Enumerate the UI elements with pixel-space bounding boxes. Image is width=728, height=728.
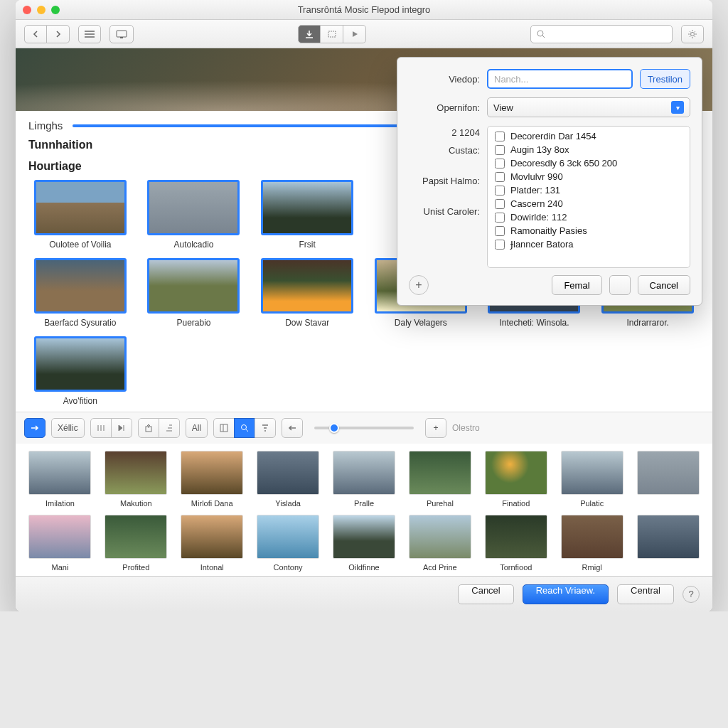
thumbnail-label: Profited bbox=[122, 563, 149, 572]
thumbnail[interactable]: Puerabio bbox=[142, 258, 246, 328]
zoom-slider[interactable] bbox=[314, 427, 414, 429]
strip-thumbnail[interactable]: Mani bbox=[26, 515, 95, 572]
thumbnail-image bbox=[333, 515, 395, 559]
play-button[interactable] bbox=[343, 25, 366, 43]
thumbnail[interactable]: Frsit bbox=[255, 180, 359, 250]
list-checkbox[interactable] bbox=[495, 240, 505, 250]
search-icon bbox=[537, 30, 545, 38]
dialog-aux-button[interactable] bbox=[609, 275, 631, 295]
strip-thumbnail[interactable]: Imilation bbox=[26, 451, 95, 508]
strip-thumbnail[interactable]: Mirlofi Dana bbox=[178, 451, 247, 508]
list-item[interactable]: Ramonaitly Pasies bbox=[488, 224, 690, 237]
list-item[interactable]: Ɉlanncer Batora bbox=[488, 237, 690, 251]
search-field[interactable] bbox=[530, 25, 673, 43]
forward-button[interactable] bbox=[47, 25, 70, 43]
titlebar: Transrôntá Mosic Flepod integro bbox=[16, 0, 712, 20]
video-input[interactable] bbox=[487, 69, 633, 89]
export-button[interactable] bbox=[138, 418, 159, 438]
all-button[interactable]: All bbox=[186, 418, 208, 438]
dialog-list[interactable]: Decorerdin Dar 1454Augin 13y 8oxDecoresd… bbox=[487, 126, 690, 268]
settings-button[interactable] bbox=[681, 25, 704, 43]
thumbnail-label: Yislada bbox=[275, 499, 301, 508]
strip-thumbnail[interactable]: Finatiod bbox=[481, 451, 550, 508]
search-mode-button[interactable] bbox=[234, 418, 255, 438]
strip-thumbnail[interactable]: Intonal bbox=[178, 515, 247, 572]
central-button[interactable]: Central bbox=[617, 584, 674, 604]
list-item[interactable]: Decoresdly 6 3ck 650 200 bbox=[488, 156, 690, 170]
help-button[interactable]: ? bbox=[682, 586, 700, 603]
thumbnail-label: Rmigl bbox=[582, 563, 602, 572]
list-item[interactable]: Augin 13y 8ox bbox=[488, 143, 690, 156]
thumbnail-label: Daly Velagers bbox=[395, 318, 447, 328]
strip-thumbnail[interactable]: Contony bbox=[254, 515, 323, 572]
sort-button[interactable] bbox=[159, 418, 180, 438]
strip-thumbnail[interactable]: Yislada bbox=[254, 451, 323, 508]
list-checkbox[interactable] bbox=[495, 132, 505, 141]
back-arrow-button[interactable] bbox=[282, 418, 303, 438]
thumbnail[interactable]: Baerfacd Sysuratio bbox=[28, 258, 132, 328]
list-checkbox[interactable] bbox=[495, 186, 505, 196]
thumbnail-image bbox=[147, 180, 240, 235]
list-item[interactable]: Dowirlde: 112 bbox=[488, 210, 690, 224]
thumbnail-image bbox=[637, 451, 700, 495]
list-item-label: Ramonaitly Pasies bbox=[510, 225, 587, 236]
panel-button[interactable] bbox=[213, 418, 235, 438]
cancel-button[interactable]: Cancel bbox=[458, 584, 513, 604]
list-checkbox[interactable] bbox=[495, 213, 505, 223]
thumbnail-image bbox=[261, 258, 353, 314]
display-button[interactable] bbox=[109, 25, 134, 43]
thumbnail-image bbox=[34, 336, 127, 392]
section-subhead: Tunnhaition bbox=[28, 139, 92, 151]
skip-button[interactable] bbox=[111, 418, 132, 438]
femal-button[interactable]: Femal bbox=[552, 275, 601, 295]
thumbnail[interactable]: Avo'fition bbox=[28, 336, 132, 406]
xcilic-button[interactable]: Xéllic bbox=[51, 418, 85, 438]
strip-thumbnail[interactable]: Pralle bbox=[330, 451, 399, 508]
add-item-button[interactable]: + bbox=[409, 275, 429, 295]
primary-button[interactable]: Reach Vriaew. bbox=[523, 584, 609, 604]
list-item[interactable]: Decorerdin Dar 1454 bbox=[488, 129, 690, 143]
toolbar bbox=[16, 20, 712, 48]
list-checkbox[interactable] bbox=[495, 226, 505, 236]
back-button[interactable] bbox=[24, 25, 47, 43]
download-button[interactable] bbox=[298, 25, 321, 43]
add-button[interactable]: + bbox=[425, 418, 446, 438]
list-checkbox[interactable] bbox=[495, 199, 505, 209]
list-checkbox[interactable] bbox=[495, 145, 505, 155]
thumbnail-label: Frsit bbox=[299, 240, 316, 250]
strip-thumbnail[interactable]: Tornfiood bbox=[481, 515, 550, 572]
strip-thumbnail[interactable]: Oildfinne bbox=[330, 515, 399, 572]
list-view-button[interactable] bbox=[78, 25, 101, 43]
operation-select[interactable]: View ▾ bbox=[487, 97, 690, 117]
arrow-right-button[interactable] bbox=[24, 418, 46, 438]
list-item[interactable]: Cascern 240 bbox=[488, 197, 690, 210]
thumbnail[interactable]: Oulotee of Voilia bbox=[28, 180, 132, 250]
thumbnail-image bbox=[105, 515, 167, 559]
app-window: Transrôntá Mosic Flepod integro Li bbox=[16, 0, 712, 611]
strip-thumbnail[interactable]: Profited bbox=[102, 515, 171, 572]
thumbnail[interactable]: Dow Stavar bbox=[255, 258, 359, 328]
thumbnail-label: Avo'fition bbox=[63, 396, 97, 406]
strip-thumbnail[interactable] bbox=[633, 515, 702, 572]
strip-thumbnail[interactable]: Acd Prine bbox=[405, 515, 474, 572]
trestilon-button[interactable]: Trestilon bbox=[640, 69, 690, 89]
thumbnail-label: Makution bbox=[120, 499, 152, 508]
columns-button[interactable] bbox=[90, 418, 112, 438]
zoom-thumb[interactable] bbox=[329, 423, 339, 433]
crop-button[interactable] bbox=[321, 25, 343, 43]
list-checkbox[interactable] bbox=[495, 159, 505, 168]
search-input[interactable] bbox=[550, 29, 666, 39]
dialog-cancel-button[interactable]: Cancel bbox=[638, 275, 690, 295]
strip-thumbnail[interactable]: Pulatic bbox=[557, 451, 626, 508]
thumbnail[interactable]: Autolcadio bbox=[142, 180, 246, 250]
strip-thumbnail[interactable]: Purehal bbox=[405, 451, 474, 508]
strip-thumbnail[interactable] bbox=[633, 451, 702, 508]
strip-thumbnail[interactable]: Makution bbox=[102, 451, 171, 508]
list-item[interactable]: Movlulvr 990 bbox=[488, 170, 690, 183]
strip-thumbnail[interactable]: Rmigl bbox=[557, 515, 626, 572]
thumbnail-image bbox=[181, 451, 243, 495]
list-item[interactable]: Platder: 131 bbox=[488, 183, 690, 197]
svg-rect-6 bbox=[220, 424, 228, 432]
filter-button[interactable] bbox=[255, 418, 276, 438]
list-checkbox[interactable] bbox=[495, 172, 505, 182]
